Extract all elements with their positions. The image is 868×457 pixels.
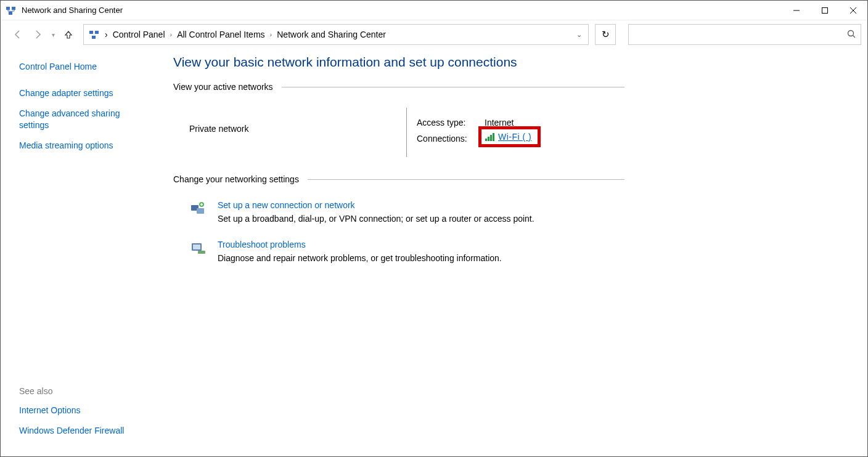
see-also-label: See also (19, 386, 150, 396)
svg-rect-9 (92, 36, 96, 39)
setup-connection-desc: Set up a broadband, dial-up, or VPN conn… (218, 214, 534, 224)
main-content: View your basic network information and … (162, 49, 643, 456)
address-dropdown-button[interactable]: ⌄ (573, 31, 584, 39)
recent-locations-button[interactable]: ▾ (49, 31, 57, 38)
refresh-button[interactable]: ↻ (595, 24, 616, 45)
minimize-button[interactable] (782, 1, 811, 20)
toolbar: ▾ › Control Panel › All Control Panel It… (1, 20, 867, 49)
active-networks-header: View your active networks (173, 82, 624, 92)
network-center-icon (89, 29, 100, 40)
svg-point-10 (848, 30, 854, 36)
svg-rect-0 (6, 7, 10, 10)
sidebar-link-adapter[interactable]: Change adapter settings (19, 87, 150, 99)
chevron-right-icon: › (270, 31, 272, 38)
svg-line-11 (853, 35, 856, 38)
maximize-button[interactable] (811, 1, 839, 20)
wifi-signal-icon (485, 133, 494, 141)
page-title: View your basic network information and … (173, 55, 624, 70)
svg-rect-4 (822, 7, 828, 13)
back-button[interactable] (9, 26, 27, 43)
breadcrumb-control-panel[interactable]: Control Panel (113, 30, 165, 39)
svg-rect-8 (95, 31, 99, 34)
svg-rect-16 (193, 245, 200, 249)
chevron-right-icon: › (105, 30, 108, 39)
search-input[interactable] (634, 30, 847, 39)
forward-button[interactable] (29, 26, 46, 43)
connection-link-highlight: Wi-Fi ( ) (478, 126, 541, 147)
breadcrumb-all-items[interactable]: All Control Panel Items (177, 30, 264, 39)
title-bar: Network and Sharing Center (1, 1, 867, 20)
connection-link[interactable]: Wi-Fi ( ) (498, 132, 531, 142)
troubleshoot-link[interactable]: Troubleshoot problems (218, 240, 306, 249)
svg-rect-2 (9, 12, 12, 15)
chevron-right-icon: › (170, 31, 173, 38)
svg-rect-17 (198, 251, 205, 254)
sidebar-link-home[interactable]: Control Panel Home (19, 61, 150, 73)
window-title: Network and Sharing Center (22, 6, 782, 15)
setup-connection-item: Set up a new connection or network Set u… (173, 200, 624, 224)
sidebar-link-internet-options[interactable]: Internet Options (19, 405, 150, 416)
search-icon (847, 30, 856, 40)
connections-label: Connections: (417, 134, 473, 144)
search-box[interactable] (628, 24, 861, 45)
address-bar[interactable]: › Control Panel › All Control Panel Item… (83, 24, 589, 45)
active-network-block: Private network Access type: Internet Co… (173, 108, 624, 157)
breadcrumb-network-sharing[interactable]: Network and Sharing Center (277, 30, 386, 39)
troubleshoot-desc: Diagnose and repair network problems, or… (218, 253, 502, 263)
access-type-label: Access type: (417, 118, 480, 127)
active-networks-label: View your active networks (173, 82, 273, 92)
up-button[interactable] (60, 26, 77, 43)
sidebar-link-advanced-sharing[interactable]: Change advanced sharing settings (19, 108, 150, 131)
network-type-label: Private network (189, 124, 406, 134)
svg-rect-7 (89, 31, 93, 34)
divider (282, 87, 624, 87)
divider (308, 179, 624, 180)
troubleshoot-item: Troubleshoot problems Diagnose and repai… (173, 240, 624, 263)
svg-rect-1 (12, 7, 15, 10)
breadcrumb: Control Panel › All Control Panel Items … (113, 30, 568, 39)
setup-connection-icon (189, 200, 207, 217)
close-button[interactable] (839, 1, 867, 20)
change-settings-header: Change your networking settings (173, 174, 624, 184)
network-center-icon (6, 5, 17, 16)
setup-connection-link[interactable]: Set up a new connection or network (218, 200, 355, 210)
sidebar-link-defender-firewall[interactable]: Windows Defender Firewall (19, 425, 150, 437)
troubleshoot-icon (189, 240, 207, 257)
change-settings-label: Change your networking settings (173, 174, 299, 184)
svg-rect-13 (197, 208, 204, 214)
sidebar: Control Panel Home Change adapter settin… (1, 49, 162, 456)
window-controls (782, 1, 867, 20)
sidebar-link-media-streaming[interactable]: Media streaming options (19, 140, 150, 152)
